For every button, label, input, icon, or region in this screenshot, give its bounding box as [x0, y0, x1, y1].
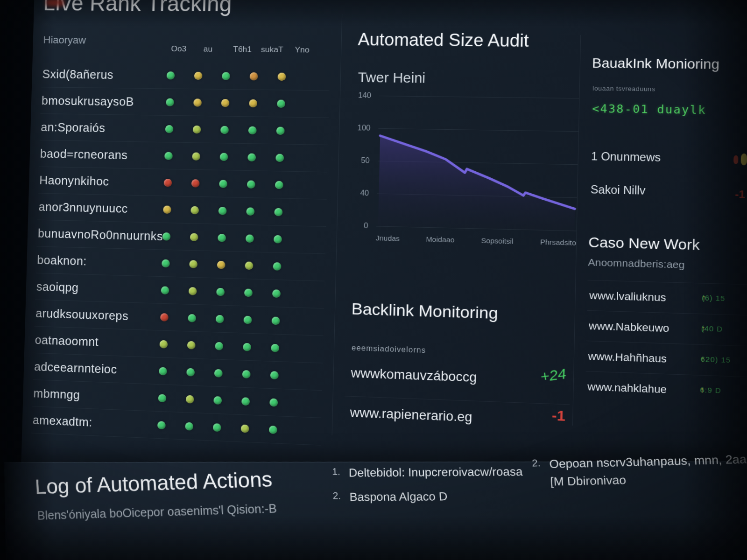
- status-dot-green: [157, 421, 166, 429]
- status-dot-lime: [187, 341, 196, 350]
- rank-dots: [41, 61, 330, 90]
- log-item: 2.Baspona Algaco D: [332, 489, 563, 504]
- status-dot-lime: [192, 152, 200, 160]
- backlink-row[interactable]: www.rapienerario.eg-1: [344, 396, 570, 445]
- log-item-number: 2.: [332, 490, 350, 502]
- y-tick: 50: [361, 156, 370, 165]
- engine-header-5[interactable]: Yno: [295, 45, 310, 55]
- log-item: 2.Oepoan nscrv3uhanpaus, mnn, 2aaek[M Db…: [532, 451, 747, 489]
- monitor-stat-row[interactable]: 1 Onunmews: [590, 148, 747, 170]
- y-tick: 0: [364, 222, 368, 231]
- engine-header-1[interactable]: Oo3: [171, 44, 186, 54]
- backlink-url[interactable]: www.rapienerario.eg: [350, 405, 472, 425]
- status-dot-green: [241, 397, 250, 406]
- status-dot-red: [160, 313, 169, 322]
- engine-header-4[interactable]: sukaT: [261, 45, 283, 55]
- caso-url[interactable]: www.Hahñhaus: [588, 350, 667, 365]
- backlink-panel-title: Backlink Monitoring: [351, 300, 498, 323]
- status-dot-green: [167, 71, 175, 79]
- caso-value: ↑620) 15: [700, 355, 731, 364]
- caso-url[interactable]: www.nahklahue: [587, 380, 667, 396]
- backlink-rows: wwwkomauvzáboccg+24www.rapienerario.eg-1: [344, 357, 571, 445]
- status-dot-red: [164, 179, 172, 187]
- up-arrow-icon: ↑: [702, 294, 706, 302]
- rank-row[interactable]: an:Sporaiós: [40, 114, 329, 145]
- status-dot-lime: [189, 260, 197, 268]
- status-dot-green: [244, 316, 252, 324]
- x-tick: Sopsoitsil: [481, 236, 514, 248]
- x-tick: Phrsadsito: [540, 238, 577, 249]
- log-item-number: 1.: [332, 466, 349, 477]
- monitor-stat-row[interactable]: Sakoi Nillv -1: [589, 181, 747, 204]
- status-dot-green: [216, 288, 225, 296]
- status-dot-green: [274, 235, 282, 244]
- status-dot-green: [164, 152, 173, 160]
- y-tick: 140: [358, 91, 371, 100]
- status-dot-green: [165, 125, 174, 133]
- status-dot-green: [161, 286, 169, 294]
- caso-value: ↑(6) 15: [702, 294, 726, 302]
- status-dot-green: [269, 426, 277, 434]
- chart-xticks: JnudasMoidaaoSopsoitsilPhrsadsito: [376, 234, 577, 249]
- rank-dots: [40, 114, 329, 145]
- monitor-highlight-value: <438-01 duaylk: [592, 102, 706, 116]
- caso-row[interactable]: www.Nabkeuwo↑(40 D: [586, 310, 747, 346]
- log-list-middle: 1.Deltebidol: Inupcreroivacw/roasa2.Basp…: [332, 464, 564, 514]
- log-item-number: 2.: [532, 457, 550, 469]
- log-item-text-line2: [M Dbironivao: [550, 470, 747, 489]
- status-dot-green: [213, 396, 222, 405]
- log-item-text: Baspona Algaco D: [349, 490, 448, 504]
- status-dot-yellow: [217, 261, 226, 269]
- engine-header-3[interactable]: T6h1: [233, 45, 252, 55]
- status-dot-green: [188, 314, 196, 322]
- caso-panel-subtitle: Anoomnadberis:aeg: [588, 256, 685, 271]
- status-dot-green: [158, 394, 167, 402]
- x-tick: Moidaao: [426, 235, 455, 246]
- status-dot-green: [272, 289, 281, 298]
- audit-panel-title: Automated Size Audit: [358, 29, 529, 51]
- status-dot-green: [273, 262, 281, 271]
- status-dot-green: [213, 423, 221, 432]
- backlink-change-down: -1: [552, 407, 566, 424]
- engine-header-2[interactable]: au: [204, 44, 213, 54]
- caso-row[interactable]: www.lvaliuknus↑(6) 15: [587, 280, 747, 315]
- y-tick: 40: [360, 189, 369, 197]
- monitor-panel-label: louaan tsvreaduuns: [592, 84, 655, 92]
- stat-label: Sakoi Nillv: [590, 183, 645, 197]
- caso-url[interactable]: www.Nabkeuwo: [589, 320, 669, 335]
- rank-tracking-panel: Live Rank Tracking Hiaoryaw Oo3auT6h1suk…: [31, 0, 334, 454]
- caso-value: ↑6:9 D: [700, 385, 721, 395]
- status-dot-green: [162, 259, 170, 268]
- chart-yticks: 14010050400: [349, 95, 374, 226]
- status-dot-yellow: [194, 72, 203, 80]
- backlink-change-up: +24: [539, 365, 567, 385]
- status-dot-green: [270, 371, 279, 379]
- status-dot-yellow: [278, 73, 286, 81]
- red-oval-icon: [733, 155, 738, 164]
- size-audit-panel: Automated Size Audit Twer Heini 14010050…: [343, 0, 584, 465]
- backlink-url[interactable]: wwwkomauvzáboccg: [351, 366, 477, 385]
- status-dot-green: [166, 98, 174, 106]
- caso-url[interactable]: www.lvaliuknus: [589, 289, 666, 304]
- right-panel: BauakInk Monioring louaan tsvreaduuns <4…: [584, 0, 747, 473]
- caso-row[interactable]: www.nahklahue↑6:9 D: [585, 371, 747, 408]
- status-dot-green: [218, 207, 227, 215]
- log-panel-header: Log of Automated Actions Blens'óniyala b…: [35, 465, 336, 560]
- status-dot-green: [247, 180, 255, 189]
- dashboard-screen: Live Rank Tracking Hiaoryaw Oo3auT6h1suk…: [17, 0, 747, 560]
- status-dot-green: [219, 180, 227, 188]
- status-dot-green: [222, 72, 230, 80]
- status-dot-green: [275, 181, 283, 189]
- rank-dots: [39, 140, 328, 172]
- status-dot-green: [185, 422, 193, 431]
- status-dot-green: [218, 234, 226, 242]
- up-arrow-icon: ↑: [701, 324, 706, 333]
- log-panel-subtitle: Blens'óniyala boOicepor oasenims'l Qisio…: [37, 502, 277, 523]
- status-dot-green: [248, 126, 257, 135]
- rank-row[interactable]: Sxid(8añerus: [41, 61, 330, 91]
- rank-row[interactable]: bmosukrusaysoB: [40, 87, 329, 118]
- status-dot-green: [247, 153, 256, 161]
- status-dot-yellow: [163, 205, 171, 214]
- status-dot-green: [272, 316, 280, 325]
- up-arrow-icon: ↑: [700, 355, 705, 364]
